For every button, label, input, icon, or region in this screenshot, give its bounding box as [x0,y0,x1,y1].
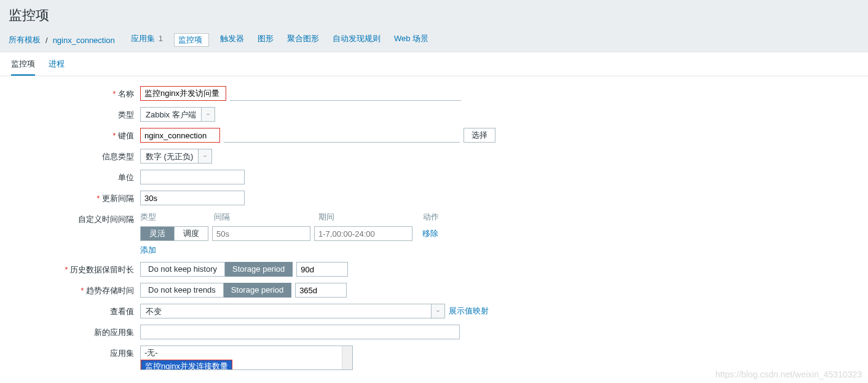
label-info-type: 信息类型 [0,149,140,162]
add-interval-link[interactable]: 添加 [140,245,156,255]
nav-screens[interactable]: 聚合图形 [287,33,319,47]
breadcrumb: 所有模板 / nginx_connection 应用集1 监控项 触发器 图形 … [9,33,859,47]
remove-interval-link[interactable]: 移除 [422,228,438,239]
info-type-select[interactable]: 数字 (无正负) [140,149,212,164]
col-period: 期间 [318,211,423,223]
label-view-value: 查看值 [0,304,140,317]
view-value-select[interactable]: 不变 [140,304,445,318]
select-key-button[interactable]: 选择 [464,128,495,143]
nav-web[interactable]: Web 场景 [394,33,428,47]
scrollbar[interactable] [342,346,352,369]
label-app: 应用集 [0,345,140,359]
period-field[interactable] [314,226,412,241]
chevron-down-icon [201,108,215,121]
label-update-interval: 更新间隔 [0,191,140,204]
app-option-none[interactable]: -无- [141,346,352,360]
app-listbox[interactable]: -无- 监控nginx并发连接数量 [140,345,353,370]
tab-process[interactable]: 进程 [49,58,65,76]
interval-type-segment[interactable]: 灵活 调度 [140,226,208,241]
chevron-down-icon [198,149,211,163]
label-type: 类型 [0,107,140,120]
type-value: Zabbix 客户端 [141,108,201,121]
interval-sched-button[interactable]: 调度 [174,227,208,240]
col-type: 类型 [140,211,214,223]
nav-graphs[interactable]: 图形 [258,33,274,47]
breadcrumb-sep: / [45,36,48,45]
tab-items[interactable]: 监控项 [11,58,35,76]
col-action: 动作 [423,211,460,223]
interval-flex-button[interactable]: 灵活 [141,227,174,240]
nav-discovery[interactable]: 自动发现规则 [333,33,381,47]
page-title: 监控项 [9,6,859,25]
label-unit: 单位 [0,170,140,183]
nav-app-sets[interactable]: 应用集 [131,34,155,43]
label-key: 键值 [0,128,140,141]
history-storage-period[interactable]: Storage period [225,262,293,277]
new-app-field[interactable] [140,325,460,339]
label-trend: 趋势存储时间 [0,283,140,296]
nav-items[interactable]: 监控项 [178,34,202,45]
interval-field[interactable] [212,226,310,241]
chevron-down-icon [431,304,444,318]
show-value-map-link[interactable]: 展示值映射 [449,306,489,317]
update-interval-field[interactable] [140,191,245,205]
history-no-keep[interactable]: Do not keep history [140,262,225,277]
info-type-value: 数字 (无正负) [141,149,198,163]
unit-field[interactable] [140,170,245,184]
nav-app-sets-count: 1 [159,34,163,43]
name-field[interactable] [140,86,226,101]
label-custom-interval: 自定义时间间隔 [0,211,140,225]
history-value-field[interactable] [296,262,348,277]
trend-no-keep[interactable]: Do not keep trends [140,283,224,298]
trend-value-field[interactable] [295,283,347,298]
watermark: https://blog.csdn.net/weixin_45310323 [716,369,862,376]
trend-storage-period[interactable]: Storage period [224,283,291,298]
col-interval: 间隔 [214,211,318,223]
label-new-app: 新的应用集 [0,325,140,338]
type-select[interactable]: Zabbix 客户端 [140,107,215,122]
label-history: 历史数据保留时长 [0,262,140,275]
view-value-text: 不变 [141,304,167,318]
nav-triggers[interactable]: 触发器 [220,33,244,47]
breadcrumb-all-templates[interactable]: 所有模板 [9,34,41,45]
breadcrumb-template[interactable]: nginx_connection [53,36,115,45]
app-option-selected[interactable]: 监控nginx并发连接数量 [141,360,232,370]
label-name: 名称 [0,86,140,100]
key-field[interactable] [140,128,220,143]
